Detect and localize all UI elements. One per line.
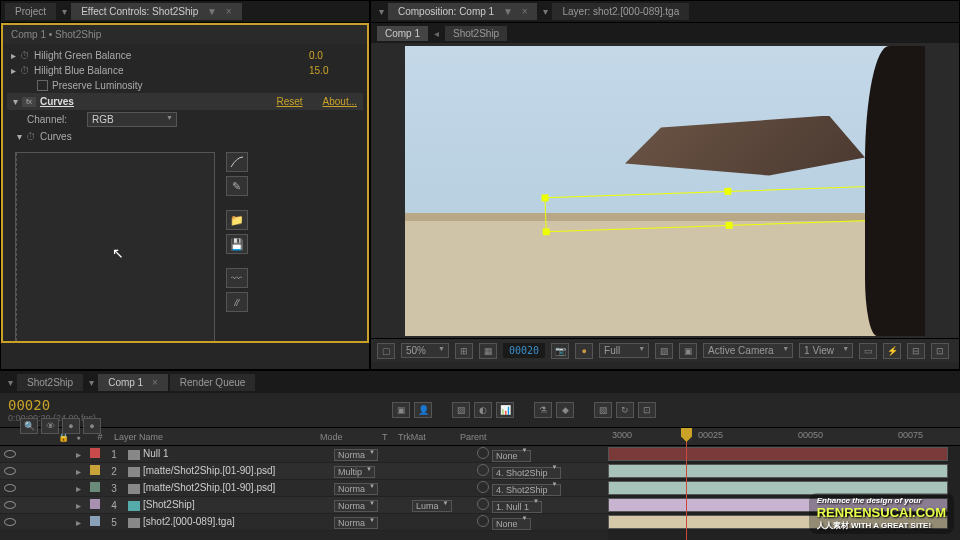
layer-row[interactable]: ▸ 4 [Shot2Ship] Norma Luma 1. Null 1 [0,497,608,514]
layer-row[interactable]: ▸ 1 Null 1 Norma None [0,446,608,463]
tab-menu-icon[interactable]: ▾ [62,6,67,17]
layer-row[interactable]: ▸ 2 [matte/Shot2Ship.[01-90].psd] Multip… [0,463,608,480]
switches-icon[interactable]: ⊡ [638,402,656,418]
open-file-button[interactable]: 📁 [226,210,248,230]
blend-mode-dropdown[interactable]: Norma [334,500,378,512]
pickwhip-icon[interactable] [477,498,489,510]
layer-color-chip[interactable] [90,499,100,509]
parent-dropdown[interactable]: 1. Null 1 [492,501,542,513]
curve-tool-button[interactable] [226,152,248,172]
auto-button[interactable]: ⫽ [226,292,248,312]
view-dropdown[interactable]: 1 View [799,343,853,358]
comp-tab-comp1[interactable]: Comp 1 [377,26,428,41]
parent-dropdown[interactable]: 4. Shot2Ship [492,467,561,479]
visibility-icon[interactable] [4,467,16,475]
close-icon[interactable]: × [522,6,528,17]
twirl-icon[interactable]: ▸ [11,65,16,76]
draft-3d-icon[interactable]: ▧ [594,402,612,418]
timeline-icon[interactable]: ⊟ [907,343,925,359]
pickwhip-icon[interactable] [477,515,489,527]
layer-color-chip[interactable] [90,465,100,475]
channel-dropdown[interactable]: RGB [87,112,177,127]
col-header-t[interactable]: T [382,432,398,442]
stopwatch-icon[interactable]: ⏱ [20,65,30,76]
mask-toggle-icon[interactable]: ▦ [479,343,497,359]
tab-layer[interactable]: Layer: shot2.[000-089].tga [552,3,689,20]
layer-row[interactable]: ▸ 5 [shot2.[000-089].tga] Norma None [0,514,608,531]
tab-menu-icon[interactable]: ▾ [379,6,384,17]
visibility-icon[interactable] [4,501,16,509]
close-icon[interactable]: × [152,377,158,388]
layer-clip[interactable] [608,464,948,478]
solo-column-icon[interactable]: ● [62,418,80,434]
tab-menu-icon[interactable]: ▾ [543,6,548,17]
layer-color-chip[interactable] [90,482,100,492]
blend-mode-dropdown[interactable]: Multip [334,466,375,478]
curves-effect-name[interactable]: Curves [40,96,276,107]
trkmat-dropdown[interactable]: Luma [412,500,452,512]
twirl-icon[interactable]: ▸ [76,483,81,494]
pickwhip-icon[interactable] [477,447,489,459]
current-time-indicator[interactable] [686,428,687,540]
blend-mode-dropdown[interactable]: Norma [334,517,378,529]
blend-mode-dropdown[interactable]: Norma [334,483,378,495]
col-header-name[interactable]: Layer Name [110,432,320,442]
pickwhip-icon[interactable] [477,464,489,476]
tab-effect-controls[interactable]: Effect Controls: Shot2Ship ▼ × [71,3,241,20]
parent-dropdown[interactable]: None [492,518,531,530]
blend-mode-dropdown[interactable]: Norma [334,449,378,461]
timeline-track[interactable] [608,463,960,480]
3d-icon[interactable]: ▣ [679,343,697,359]
about-link[interactable]: About... [323,96,357,107]
twirl-icon[interactable]: ▸ [11,50,16,61]
comp-mini-icon[interactable]: ▣ [392,402,410,418]
close-icon[interactable]: × [226,6,232,17]
tab-render-queue[interactable]: Render Queue [170,374,256,391]
shy-icon[interactable]: 👤 [414,402,432,418]
lock-column-icon[interactable]: ● [83,418,101,434]
twirl-icon[interactable]: ▸ [76,449,81,460]
timeline-track[interactable] [608,446,960,463]
preserve-lum-checkbox[interactable] [37,80,48,91]
comp-tab-shot2ship[interactable]: Shot2Ship [445,26,507,41]
channel-icon[interactable]: ● [575,343,593,359]
visibility-icon[interactable] [4,450,16,458]
motion-blur-icon[interactable]: ◐ [474,402,492,418]
layer-row[interactable]: ▸ 3 [matte/Shot2Ship.[01-90].psd] Norma … [0,480,608,497]
stopwatch-icon[interactable]: ⏱ [26,131,36,142]
tab-menu-icon[interactable]: ▾ [89,377,94,388]
frame-blend-icon[interactable]: ▨ [452,402,470,418]
tab-project[interactable]: Project [5,3,56,20]
tab-composition[interactable]: Composition: Comp 1 ▼ × [388,3,537,20]
layer-clip[interactable] [608,447,948,461]
graph-editor-icon[interactable]: 📊 [496,402,514,418]
stopwatch-icon[interactable]: ⏱ [20,50,30,61]
tab-comp1[interactable]: Comp 1 × [98,374,168,391]
curves-graph[interactable]: ↖ [15,152,215,342]
col-header-mode[interactable]: Mode [320,432,382,442]
parent-dropdown[interactable]: None [492,450,531,462]
region-icon[interactable]: ▢ [377,343,395,359]
layer-color-chip[interactable] [90,516,100,526]
tab-dropdown-icon[interactable]: ▼ [207,6,217,17]
eye-column-icon[interactable]: 👁 [41,418,59,434]
snapshot-icon[interactable]: 📷 [551,343,569,359]
twirl-icon[interactable]: ▾ [17,131,22,142]
resolution-dropdown[interactable]: Full [599,343,649,358]
twirl-icon[interactable]: ▾ [13,96,18,107]
col-header-trkmat[interactable]: TrkMat [398,432,460,442]
visibility-icon[interactable] [4,484,16,492]
hilight-blue-value[interactable]: 15.0 [309,65,359,76]
reset-link[interactable]: Reset [276,96,302,107]
twirl-icon[interactable]: ▸ [76,466,81,477]
viewer-timecode[interactable]: 00020 [503,343,545,358]
zoom-dropdown[interactable]: 50% [401,343,449,358]
layer-color-chip[interactable] [90,448,100,458]
hilight-green-value[interactable]: 0.0 [309,50,359,61]
grid-icon[interactable]: ⊞ [455,343,473,359]
parent-dropdown[interactable]: 4. Shot2Ship [492,484,561,496]
visibility-icon[interactable] [4,518,16,526]
pencil-tool-button[interactable]: ✎ [226,176,248,196]
fast-preview-icon[interactable]: ⚡ [883,343,901,359]
flowchart-icon[interactable]: ⊡ [931,343,949,359]
